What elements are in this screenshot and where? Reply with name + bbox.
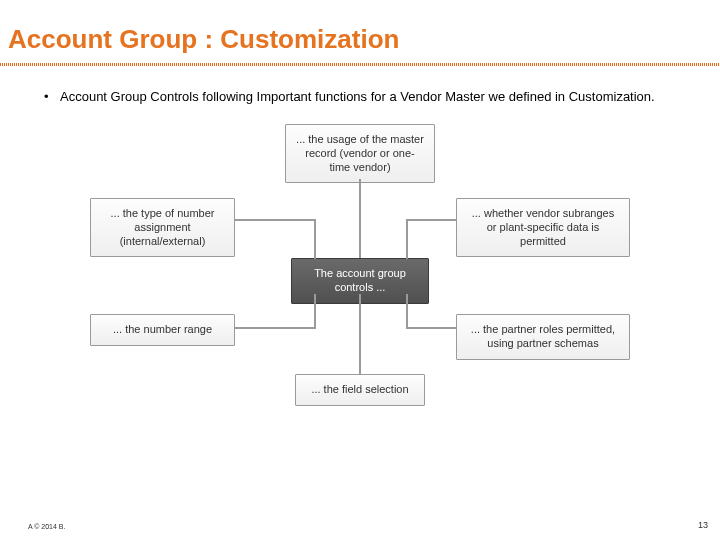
right-lower-box: ... the partner roles permitted, using p… <box>456 314 630 360</box>
page-number: 13 <box>698 520 708 530</box>
connector-bottom <box>359 294 361 374</box>
connector-top <box>359 179 361 258</box>
connector-right2-v <box>406 294 408 329</box>
connector-left2-v <box>314 294 316 329</box>
connector-right1-h <box>406 219 456 221</box>
left-upper-box: ... the type of number assignment (inter… <box>90 198 235 257</box>
page-title: Account Group : Customization <box>0 0 720 63</box>
bullet-area: Account Group Controls following Importa… <box>0 66 720 116</box>
top-box: ... the usage of the master record (vend… <box>285 124 435 183</box>
bottom-box: ... the field selection <box>295 374 425 406</box>
connector-left1-h <box>235 219 315 221</box>
connector-left2-h <box>235 327 315 329</box>
bullet-item: Account Group Controls following Importa… <box>44 88 688 106</box>
account-group-diagram: The account group controls ... ... the u… <box>90 124 630 434</box>
footer-copyright: A © 2014 B. <box>28 523 65 530</box>
connector-right1-v <box>406 219 408 259</box>
right-upper-box: ... whether vendor subranges or plant-sp… <box>456 198 630 257</box>
connector-right2-h <box>406 327 456 329</box>
connector-left1-v <box>314 219 316 259</box>
left-lower-box: ... the number range <box>90 314 235 346</box>
